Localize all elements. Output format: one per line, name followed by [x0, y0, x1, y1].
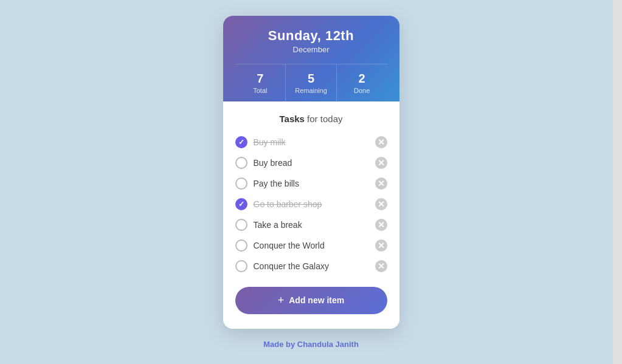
add-item-button[interactable]: + Add new item [235, 287, 387, 314]
task-item: Buy bread✕ [235, 154, 387, 171]
stat-done: 2 Done [336, 64, 387, 101]
task-list: Buy milk✕Buy bread✕Pay the bills✕Go to b… [235, 134, 387, 275]
date-title: Sunday, 12th [235, 28, 387, 44]
task-remove-button[interactable]: ✕ [375, 198, 387, 210]
footer: Made by Chandula Janith [263, 340, 359, 349]
plus-icon: + [278, 294, 285, 307]
task-item: Conquer the World✕ [235, 237, 387, 254]
task-text: Buy milk [254, 137, 369, 147]
task-text: Take a break [254, 220, 369, 230]
task-checkbox[interactable] [235, 198, 247, 210]
task-remove-button[interactable]: ✕ [375, 239, 387, 252]
card-body: Tasks for today Buy milk✕Buy bread✕Pay t… [223, 101, 399, 329]
month-label: December [235, 45, 387, 54]
stat-remaining: 5 Remaining [285, 64, 336, 101]
task-remove-button[interactable]: ✕ [375, 219, 387, 231]
task-item: Take a break✕ [235, 216, 387, 233]
task-checkbox[interactable] [235, 239, 247, 252]
remaining-label: Remaining [291, 87, 331, 94]
done-number: 2 [342, 72, 382, 86]
done-label: Done [342, 87, 382, 94]
task-checkbox[interactable] [235, 136, 247, 148]
add-button-label: Add new item [289, 295, 344, 305]
stat-total: 7 Total [235, 64, 286, 101]
task-text: Conquer the Galaxy [254, 261, 369, 271]
task-checkbox[interactable] [235, 219, 247, 231]
task-checkbox[interactable] [235, 260, 247, 272]
task-text: Conquer the World [254, 241, 369, 250]
stats-row: 7 Total 5 Remaining 2 Done [235, 64, 387, 101]
total-label: Total [240, 87, 281, 94]
task-checkbox[interactable] [235, 177, 247, 190]
task-text: Pay the bills [254, 179, 369, 188]
scrollbar-track[interactable] [613, 0, 622, 364]
todo-card: Sunday, 12th December 7 Total 5 Remainin… [223, 16, 399, 329]
tasks-heading: Tasks for today [235, 114, 387, 124]
task-remove-button[interactable]: ✕ [375, 260, 387, 272]
footer-author: Chandula Janith [297, 340, 359, 349]
task-item: Pay the bills✕ [235, 175, 387, 192]
footer-prefix: Made by [263, 340, 297, 349]
task-checkbox[interactable] [235, 157, 247, 169]
task-item: Buy milk✕ [235, 134, 387, 151]
task-item: Go to barber shop✕ [235, 196, 387, 213]
remaining-number: 5 [291, 72, 331, 86]
card-header: Sunday, 12th December 7 Total 5 Remainin… [223, 16, 399, 101]
tasks-rest: for today [305, 114, 343, 124]
task-remove-button[interactable]: ✕ [375, 177, 387, 190]
task-text: Buy bread [254, 158, 369, 168]
total-number: 7 [240, 72, 281, 86]
task-remove-button[interactable]: ✕ [375, 157, 387, 169]
task-item: Conquer the Galaxy✕ [235, 258, 387, 275]
task-remove-button[interactable]: ✕ [375, 136, 387, 148]
task-text: Go to barber shop [254, 199, 369, 209]
tasks-bold: Tasks [280, 114, 305, 124]
